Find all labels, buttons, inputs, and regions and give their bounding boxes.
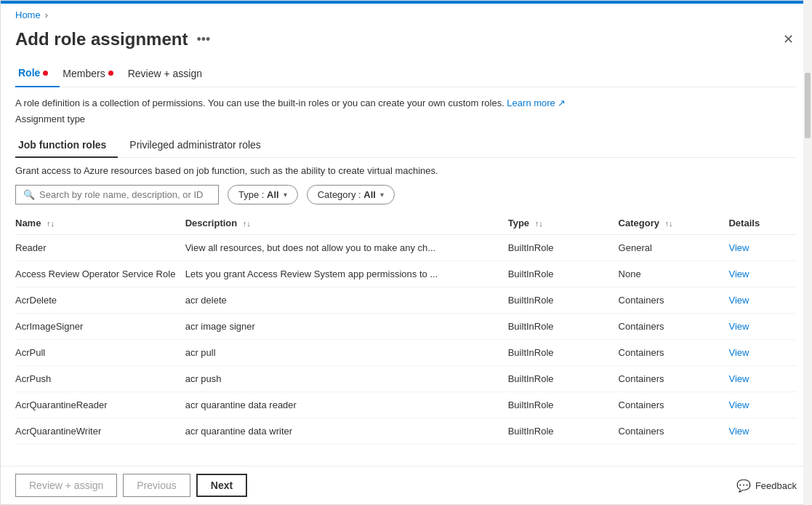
cell-view-link[interactable]: View (728, 261, 797, 287)
table-row[interactable]: AcrPull acr pull BuiltInRole Containers … (15, 339, 797, 365)
search-input[interactable] (39, 189, 211, 200)
table-header-row: Name ↑↓ Description ↑↓ Type ↑↓ Category … (15, 212, 797, 235)
assignment-type-label: Assignment type (15, 114, 797, 124)
sub-tab-job-function[interactable]: Job function roles (15, 135, 118, 158)
cell-category: Containers (619, 339, 729, 365)
search-icon: 🔍 (23, 189, 35, 200)
cell-name: AcrPush (15, 365, 185, 391)
cell-description: acr pull (185, 339, 508, 365)
cell-type: BuiltInRole (508, 391, 619, 418)
more-options-icon[interactable]: ••• (196, 32, 210, 47)
cell-view-link[interactable]: View (728, 365, 797, 391)
col-header-category[interactable]: Category ↑↓ (619, 212, 729, 235)
tab-review-assign-label: Review + assign (128, 68, 202, 79)
cell-type: BuiltInRole (508, 418, 619, 444)
type-filter-label: Type : All (238, 189, 279, 200)
tab-role[interactable]: Role (15, 61, 60, 87)
cell-view-link[interactable]: View (728, 287, 797, 313)
cell-view-link[interactable]: View (728, 339, 797, 365)
cell-type: BuiltInRole (508, 365, 619, 391)
col-header-details: Details (728, 212, 797, 235)
feedback-icon: 💬 (736, 479, 751, 493)
learn-more-link[interactable]: Learn more ↗ (507, 98, 566, 108)
next-button[interactable]: Next (196, 474, 247, 497)
tab-role-label: Role (18, 67, 40, 79)
cell-category: General (619, 234, 729, 261)
next-label: Next (211, 480, 233, 491)
breadcrumb-separator: › (45, 9, 48, 20)
category-filter-pill[interactable]: Category : All ▾ (307, 185, 395, 204)
cell-view-link[interactable]: View (728, 234, 797, 261)
col-header-name[interactable]: Name ↑↓ (15, 212, 185, 235)
cell-view-link[interactable]: View (728, 391, 797, 418)
cell-name: AcrQuarantineWriter (15, 418, 185, 444)
col-header-description[interactable]: Description ↑↓ (185, 212, 508, 235)
table-row[interactable]: Access Review Operator Service Role Lets… (15, 261, 797, 287)
category-filter-chevron: ▾ (380, 191, 384, 199)
footer: Review + assign Previous Next 💬 Feedback (1, 466, 811, 504)
tab-members-dot (108, 71, 113, 76)
col-header-type[interactable]: Type ↑↓ (508, 212, 619, 235)
cell-category: Containers (619, 365, 729, 391)
cell-category: Containers (619, 313, 729, 339)
cell-description: Lets you grant Access Review System app … (185, 261, 508, 287)
table-row[interactable]: AcrDelete acr delete BuiltInRole Contain… (15, 287, 797, 313)
cell-description: acr quarantine data reader (185, 391, 508, 418)
type-filter-pill[interactable]: Type : All ▾ (228, 185, 298, 204)
cell-view-link[interactable]: View (728, 418, 797, 444)
tabs-row: Role Members Review + assign (15, 61, 797, 87)
tab-members[interactable]: Members (60, 61, 124, 87)
type-sort-icon: ↑↓ (535, 219, 543, 228)
cell-type: BuiltInRole (508, 234, 619, 261)
scrollbar-thumb[interactable] (805, 73, 811, 138)
table-row[interactable]: AcrImageSigner acr image signer BuiltInR… (15, 313, 797, 339)
previous-button[interactable]: Previous (123, 474, 190, 497)
cell-category: Containers (619, 391, 729, 418)
cell-name: Reader (15, 234, 185, 261)
feedback-button[interactable]: 💬 Feedback (736, 479, 797, 493)
cell-description: acr quarantine data writer (185, 418, 508, 444)
search-wrapper[interactable]: 🔍 (15, 185, 219, 204)
cell-description: acr push (185, 365, 508, 391)
cell-type: BuiltInRole (508, 339, 619, 365)
roles-table-wrapper: Name ↑↓ Description ↑↓ Type ↑↓ Category … (15, 212, 797, 466)
type-filter-chevron: ▾ (284, 191, 287, 199)
role-description: A role definition is a collection of per… (15, 96, 797, 111)
name-sort-icon: ↑↓ (47, 219, 55, 228)
breadcrumb-home[interactable]: Home (15, 9, 41, 20)
cell-description: acr delete (185, 287, 508, 313)
cell-name: AcrDelete (15, 287, 185, 313)
cell-name: AcrImageSigner (15, 313, 185, 339)
category-filter-label: Category : All (318, 189, 376, 200)
sub-tab-description: Grant access to Azure resources based on… (15, 165, 797, 176)
table-row[interactable]: AcrQuarantineReader acr quarantine data … (15, 391, 797, 418)
cell-type: BuiltInRole (508, 313, 619, 339)
cell-name: AcrQuarantineReader (15, 391, 185, 418)
category-sort-icon: ↑↓ (665, 219, 673, 228)
previous-label: Previous (137, 480, 176, 491)
cell-name: Access Review Operator Service Role (15, 261, 185, 287)
sub-tab-privileged[interactable]: Privileged administrator roles (126, 135, 273, 157)
tab-review-assign[interactable]: Review + assign (125, 61, 214, 87)
cell-name: AcrPull (15, 339, 185, 365)
review-assign-button[interactable]: Review + assign (15, 474, 117, 497)
cell-type: BuiltInRole (508, 261, 619, 287)
sub-tab-job-function-label: Job function roles (18, 139, 106, 151)
table-row[interactable]: Reader View all resources, but does not … (15, 234, 797, 261)
footer-left-buttons: Review + assign Previous Next (15, 474, 247, 497)
table-row[interactable]: AcrPush acr push BuiltInRole Containers … (15, 365, 797, 391)
cell-category: Containers (619, 418, 729, 444)
table-body: Reader View all resources, but does not … (15, 234, 797, 444)
breadcrumb: Home › (1, 4, 811, 23)
roles-table: Name ↑↓ Description ↑↓ Type ↑↓ Category … (15, 212, 797, 445)
cell-description: View all resources, but does not allow y… (185, 234, 508, 261)
tab-role-dot (43, 71, 48, 76)
cell-view-link[interactable]: View (728, 313, 797, 339)
search-filter-row: 🔍 Type : All ▾ Category : All ▾ (15, 185, 797, 204)
table-row[interactable]: AcrQuarantineWriter acr quarantine data … (15, 418, 797, 444)
tab-members-label: Members (63, 68, 105, 79)
close-button[interactable]: ✕ (780, 30, 797, 49)
sub-tab-privileged-label: Privileged administrator roles (129, 139, 261, 151)
scrollbar-track[interactable] (803, 0, 812, 505)
desc-sort-icon: ↑↓ (243, 219, 251, 228)
